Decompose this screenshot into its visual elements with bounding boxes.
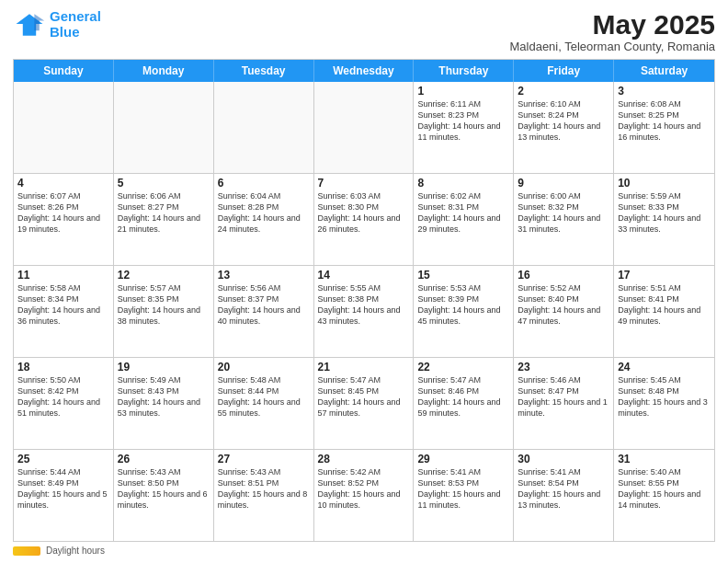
calendar-header: Sunday Monday Tuesday Wednesday Thursday… — [14, 60, 714, 82]
day-cell-11: 11Sunrise: 5:58 AM Sunset: 8:34 PM Dayli… — [14, 266, 114, 357]
day-number: 28 — [318, 453, 410, 465]
day-number: 3 — [618, 85, 711, 98]
logo-general: General — [50, 8, 101, 24]
logo: General Blue — [13, 9, 101, 40]
col-wednesday: Wednesday — [314, 60, 415, 82]
day-info: Sunrise: 5:40 AM Sunset: 8:55 PM Dayligh… — [618, 466, 711, 511]
day-info: Sunrise: 5:59 AM Sunset: 8:33 PM Dayligh… — [618, 190, 711, 236]
logo-text: General Blue — [50, 9, 101, 40]
day-info: Sunrise: 5:43 AM Sunset: 8:51 PM Dayligh… — [218, 466, 310, 511]
day-cell-23: 23Sunrise: 5:46 AM Sunset: 8:47 PM Dayli… — [514, 358, 614, 449]
day-cell-18: 18Sunrise: 5:50 AM Sunset: 8:42 PM Dayli… — [14, 358, 114, 449]
day-cell-14: 14Sunrise: 5:55 AM Sunset: 8:38 PM Dayli… — [314, 266, 415, 357]
day-number: 16 — [518, 269, 609, 282]
day-number: 25 — [17, 453, 109, 465]
day-number: 23 — [518, 361, 609, 373]
logo-icon — [13, 12, 46, 38]
page: General Blue May 2025 Maldaeni, Teleorma… — [0, 0, 728, 563]
col-saturday: Saturday — [614, 60, 714, 82]
day-number: 30 — [518, 453, 609, 465]
day-info: Sunrise: 5:41 AM Sunset: 8:53 PM Dayligh… — [417, 466, 509, 511]
day-cell-17: 17Sunrise: 5:51 AM Sunset: 8:41 PM Dayli… — [614, 266, 714, 357]
day-info: Sunrise: 6:06 AM Sunset: 8:27 PM Dayligh… — [118, 190, 210, 236]
calendar-row-1: 1Sunrise: 6:11 AM Sunset: 8:23 PM Daylig… — [14, 82, 714, 173]
day-cell-29: 29Sunrise: 5:41 AM Sunset: 8:53 PM Dayli… — [414, 450, 514, 541]
day-number: 26 — [118, 453, 210, 465]
col-thursday: Thursday — [414, 60, 514, 82]
day-cell-7: 7Sunrise: 6:03 AM Sunset: 8:30 PM Daylig… — [314, 174, 415, 265]
day-number: 31 — [618, 453, 711, 465]
day-cell-empty — [14, 82, 114, 173]
day-number: 13 — [218, 269, 310, 282]
day-cell-31: 31Sunrise: 5:40 AM Sunset: 8:55 PM Dayli… — [614, 450, 714, 541]
day-info: Sunrise: 5:48 AM Sunset: 8:44 PM Dayligh… — [218, 374, 310, 419]
day-info: Sunrise: 5:45 AM Sunset: 8:48 PM Dayligh… — [618, 374, 711, 419]
day-cell-26: 26Sunrise: 5:43 AM Sunset: 8:50 PM Dayli… — [114, 450, 214, 541]
day-number: 4 — [17, 177, 109, 190]
day-cell-4: 4Sunrise: 6:07 AM Sunset: 8:26 PM Daylig… — [14, 174, 114, 265]
day-info: Sunrise: 5:50 AM Sunset: 8:42 PM Dayligh… — [17, 374, 109, 419]
calendar: Sunday Monday Tuesday Wednesday Thursday… — [13, 59, 715, 542]
day-cell-empty — [314, 82, 415, 173]
day-cell-empty — [114, 82, 214, 173]
day-info: Sunrise: 6:03 AM Sunset: 8:30 PM Dayligh… — [318, 190, 410, 236]
subtitle: Maldaeni, Teleorman County, Romania — [509, 40, 715, 53]
main-title: May 2025 — [509, 9, 715, 40]
day-cell-19: 19Sunrise: 5:49 AM Sunset: 8:43 PM Dayli… — [114, 358, 214, 449]
day-number: 11 — [17, 269, 109, 282]
day-number: 5 — [118, 177, 210, 190]
day-number: 21 — [318, 361, 410, 373]
day-number: 10 — [618, 177, 711, 190]
day-info: Sunrise: 6:04 AM Sunset: 8:28 PM Dayligh… — [218, 190, 310, 236]
day-number: 1 — [417, 85, 509, 98]
day-info: Sunrise: 5:41 AM Sunset: 8:54 PM Dayligh… — [518, 466, 609, 511]
day-number: 18 — [17, 361, 109, 373]
day-cell-6: 6Sunrise: 6:04 AM Sunset: 8:28 PM Daylig… — [214, 174, 314, 265]
col-sunday: Sunday — [14, 60, 114, 82]
day-info: Sunrise: 5:53 AM Sunset: 8:39 PM Dayligh… — [417, 282, 509, 327]
daylight-bar-icon — [13, 546, 40, 556]
day-cell-9: 9Sunrise: 6:00 AM Sunset: 8:32 PM Daylig… — [514, 174, 614, 265]
day-info: Sunrise: 5:47 AM Sunset: 8:45 PM Dayligh… — [318, 374, 410, 419]
day-number: 2 — [518, 85, 609, 98]
day-info: Sunrise: 5:46 AM Sunset: 8:47 PM Dayligh… — [518, 374, 609, 419]
day-number: 8 — [417, 177, 509, 190]
day-info: Sunrise: 5:57 AM Sunset: 8:35 PM Dayligh… — [118, 282, 210, 327]
calendar-row-5: 25Sunrise: 5:44 AM Sunset: 8:49 PM Dayli… — [14, 449, 714, 541]
day-info: Sunrise: 6:10 AM Sunset: 8:24 PM Dayligh… — [518, 98, 609, 144]
day-info: Sunrise: 6:02 AM Sunset: 8:31 PM Dayligh… — [417, 190, 509, 236]
day-info: Sunrise: 5:42 AM Sunset: 8:52 PM Dayligh… — [318, 466, 410, 511]
day-number: 6 — [218, 177, 310, 190]
day-info: Sunrise: 5:44 AM Sunset: 8:49 PM Dayligh… — [17, 466, 109, 511]
col-friday: Friday — [514, 60, 614, 82]
day-number: 7 — [318, 177, 410, 190]
logo-blue: Blue — [50, 24, 80, 40]
day-cell-21: 21Sunrise: 5:47 AM Sunset: 8:45 PM Dayli… — [314, 358, 415, 449]
day-cell-28: 28Sunrise: 5:42 AM Sunset: 8:52 PM Dayli… — [314, 450, 415, 541]
day-info: Sunrise: 6:07 AM Sunset: 8:26 PM Dayligh… — [17, 190, 109, 236]
header: General Blue May 2025 Maldaeni, Teleorma… — [13, 9, 715, 53]
day-number: 17 — [618, 269, 711, 282]
day-info: Sunrise: 5:49 AM Sunset: 8:43 PM Dayligh… — [118, 374, 210, 419]
day-cell-27: 27Sunrise: 5:43 AM Sunset: 8:51 PM Dayli… — [214, 450, 314, 541]
day-info: Sunrise: 5:51 AM Sunset: 8:41 PM Dayligh… — [618, 282, 711, 327]
day-cell-2: 2Sunrise: 6:10 AM Sunset: 8:24 PM Daylig… — [514, 82, 614, 173]
day-info: Sunrise: 6:00 AM Sunset: 8:32 PM Dayligh… — [518, 190, 609, 236]
day-info: Sunrise: 5:52 AM Sunset: 8:40 PM Dayligh… — [518, 282, 609, 327]
day-number: 22 — [417, 361, 509, 373]
day-cell-25: 25Sunrise: 5:44 AM Sunset: 8:49 PM Dayli… — [14, 450, 114, 541]
day-cell-24: 24Sunrise: 5:45 AM Sunset: 8:48 PM Dayli… — [614, 358, 714, 449]
day-cell-empty — [214, 82, 314, 173]
day-info: Sunrise: 6:11 AM Sunset: 8:23 PM Dayligh… — [417, 98, 509, 144]
col-tuesday: Tuesday — [214, 60, 314, 82]
day-cell-16: 16Sunrise: 5:52 AM Sunset: 8:40 PM Dayli… — [514, 266, 614, 357]
day-cell-8: 8Sunrise: 6:02 AM Sunset: 8:31 PM Daylig… — [414, 174, 514, 265]
daylight-label: Daylight hours — [46, 546, 105, 556]
day-cell-12: 12Sunrise: 5:57 AM Sunset: 8:35 PM Dayli… — [114, 266, 214, 357]
day-info: Sunrise: 5:55 AM Sunset: 8:38 PM Dayligh… — [318, 282, 410, 327]
day-info: Sunrise: 5:56 AM Sunset: 8:37 PM Dayligh… — [218, 282, 310, 327]
calendar-row-2: 4Sunrise: 6:07 AM Sunset: 8:26 PM Daylig… — [14, 173, 714, 265]
day-number: 27 — [218, 453, 310, 465]
day-cell-22: 22Sunrise: 5:47 AM Sunset: 8:46 PM Dayli… — [414, 358, 514, 449]
footer: Daylight hours — [13, 546, 715, 556]
